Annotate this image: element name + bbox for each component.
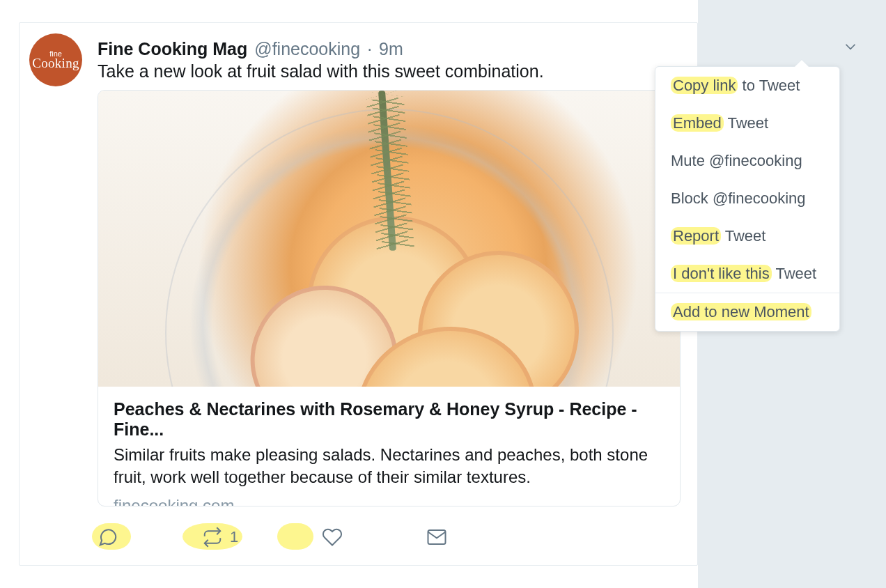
menu-add-moment[interactable]: Add to new Moment	[655, 293, 839, 331]
retweet-icon	[202, 527, 223, 548]
menu-mute[interactable]: Mute @finecooking	[655, 142, 839, 180]
envelope-icon	[426, 527, 447, 548]
menu-block[interactable]: Block @finecooking	[655, 180, 839, 217]
menu-copy-link[interactable]: Copy link to Tweet	[655, 67, 839, 105]
card-description: Similar fruits make pleasing salads. Nec…	[114, 444, 664, 489]
highlight-text: I don't like this	[671, 265, 772, 282]
card-image	[98, 91, 680, 387]
card-domain: finecooking.com	[114, 496, 664, 506]
display-name[interactable]: Fine Cooking Mag	[98, 39, 247, 59]
highlight-text: Embed	[671, 114, 724, 132]
card-body: Peaches & Nectarines with Rosemary & Hon…	[98, 387, 680, 506]
highlight-text: Add to new Moment	[671, 303, 811, 320]
card-title: Peaches & Nectarines with Rosemary & Hon…	[114, 399, 664, 440]
link-card[interactable]: Peaches & Nectarines with Rosemary & Hon…	[98, 90, 681, 506]
tweet-header: Fine Cooking Mag @finecooking · 9m	[98, 38, 403, 60]
highlight-text: Copy link	[671, 77, 738, 94]
tweet-text: Take a new look at fruit salad with this…	[98, 61, 544, 82]
retweet-count: 1	[230, 528, 238, 546]
avatar[interactable]: fine Cooking	[29, 33, 82, 86]
handle[interactable]: @finecooking	[254, 39, 360, 59]
menu-dont-like[interactable]: I don't like this Tweet	[655, 255, 839, 293]
separator: ·	[367, 39, 372, 59]
highlight-text: Report	[671, 227, 721, 245]
timestamp[interactable]: 9m	[379, 39, 403, 59]
menu-embed[interactable]: Embed Tweet	[655, 105, 839, 142]
avatar-text-large: Cooking	[32, 56, 79, 70]
retweet-button[interactable]: 1	[202, 527, 238, 548]
chevron-down-icon	[841, 38, 860, 56]
tweet-actions: 1	[98, 527, 447, 548]
message-button[interactable]	[426, 527, 447, 548]
reply-icon	[98, 527, 118, 548]
tweet-dropdown-menu: Copy link to Tweet Embed Tweet Mute @fin…	[655, 66, 840, 332]
tweet-screenshot: fine Cooking Fine Cooking Mag @finecooki…	[0, 0, 886, 588]
heart-icon	[322, 527, 343, 548]
tweet-menu-caret[interactable]	[841, 38, 860, 56]
menu-report[interactable]: Report Tweet	[655, 217, 839, 255]
reply-button[interactable]	[98, 527, 118, 548]
like-button[interactable]	[322, 527, 343, 548]
svg-rect-0	[428, 530, 446, 544]
